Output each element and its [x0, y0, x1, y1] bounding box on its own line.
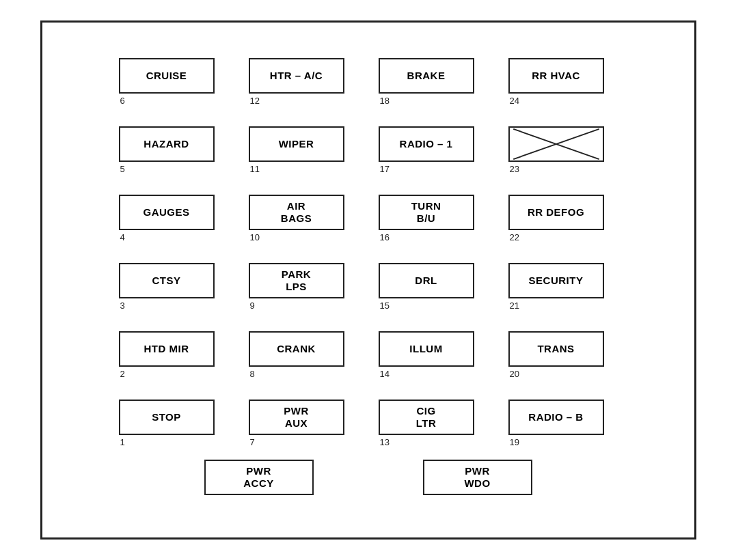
fuse-cross-box: [508, 126, 604, 162]
fuse-number: 12: [249, 96, 260, 106]
fuse-number: 11: [249, 164, 260, 174]
bottom-fuse-cell: PWRACCY: [204, 460, 314, 495]
fuse-number: 8: [249, 369, 255, 379]
fuse-box-label: GAUGES: [119, 195, 215, 230]
fuse-grid: CRUISE6HTR – A/C12BRAKE18RR HVAC24HAZARD…: [119, 43, 618, 453]
fuse-number: 15: [379, 300, 390, 311]
fuse-cell: RR DEFOG22: [508, 180, 618, 248]
fuse-number: 9: [249, 300, 255, 311]
fuse-cell: 23: [508, 111, 618, 180]
fuse-cell: HTD MIR2: [119, 316, 228, 384]
fuse-box-label: RADIO – B: [508, 400, 604, 435]
fuse-cell: STOP1: [119, 384, 228, 453]
fuse-box-label: TRANS: [508, 331, 604, 367]
fuse-cell: CTSY3: [119, 248, 228, 316]
bottom-fuse-cell: PWRWDO: [423, 460, 532, 495]
fuse-cell: CIGLTR13: [379, 384, 488, 453]
fuse-number: 24: [508, 96, 519, 106]
bottom-row: PWRACCYPWRWDO: [150, 460, 587, 495]
fuse-number: 17: [379, 164, 390, 174]
fuse-box-label: STOP: [119, 400, 215, 435]
fuse-box-label: DRL: [379, 263, 474, 298]
fuse-box-label: CIGLTR: [379, 400, 474, 435]
fuse-number: 1: [119, 437, 125, 447]
fuse-cell: AIRBAGS10: [249, 180, 358, 248]
fuse-cell: ILLUM14: [379, 316, 488, 384]
fuse-box-label: TURNB/U: [379, 195, 474, 230]
fuse-cell: PWRAUX7: [249, 384, 358, 453]
fuse-cell: HAZARD5: [119, 111, 228, 180]
fuse-cell: WIPER11: [249, 111, 358, 180]
fuse-box-label: WIPER: [249, 126, 344, 162]
fuse-cell: TRANS20: [508, 316, 618, 384]
fuse-number: 13: [379, 437, 390, 447]
fuse-number: 4: [119, 232, 125, 242]
fuse-number: 7: [249, 437, 255, 447]
fuse-box-label: ILLUM: [379, 331, 474, 367]
fuse-cell: BRAKE18: [379, 43, 488, 111]
fuse-cell: TURNB/U16: [379, 180, 488, 248]
fuse-cell: RR HVAC24: [508, 43, 618, 111]
fuse-box-label: PARKLPS: [249, 263, 344, 298]
fuse-number: 22: [508, 232, 519, 242]
fuse-box-label: RR HVAC: [508, 58, 604, 94]
fuse-number: 18: [379, 96, 390, 106]
fuse-number: 20: [508, 369, 519, 379]
fuse-box-label: RADIO – 1: [379, 126, 474, 162]
fuse-number: 14: [379, 369, 390, 379]
fuse-box-label: SECURITY: [508, 263, 604, 298]
fuse-number: 21: [508, 300, 519, 311]
fuse-number: 3: [119, 300, 125, 311]
fuse-cell: RADIO – B19: [508, 384, 618, 453]
fuse-box-label: RR DEFOG: [508, 195, 604, 230]
fuse-number: 6: [119, 96, 125, 106]
bottom-fuse-box-label: PWRACCY: [204, 460, 314, 495]
fuse-cell: SECURITY21: [508, 248, 618, 316]
fuse-cell: PARKLPS9: [249, 248, 358, 316]
fuse-number: 19: [508, 437, 519, 447]
fuse-box-label: BRAKE: [379, 58, 474, 94]
fuse-number: 2: [119, 369, 125, 379]
fuse-cell: DRL15: [379, 248, 488, 316]
fuse-box-label: CRANK: [249, 331, 344, 367]
fuse-box-label: HTR – A/C: [249, 58, 344, 94]
fuse-number: 10: [249, 232, 260, 242]
fuse-box-label: CRUISE: [119, 58, 215, 94]
fuse-cell: CRUISE6: [119, 43, 228, 111]
bottom-fuse-box-label: PWRWDO: [423, 460, 532, 495]
fuse-box-label: HAZARD: [119, 126, 215, 162]
fuse-cell: HTR – A/C12: [249, 43, 358, 111]
fuse-box-label: CTSY: [119, 263, 215, 298]
fuse-number: 16: [379, 232, 390, 242]
fuse-cell: GAUGES4: [119, 180, 228, 248]
fuse-box-label: PWRAUX: [249, 400, 344, 435]
fuse-diagram: CRUISE6HTR – A/C12BRAKE18RR HVAC24HAZARD…: [40, 20, 696, 540]
fuse-box-label: AIRBAGS: [249, 195, 344, 230]
fuse-box-label: HTD MIR: [119, 331, 215, 367]
fuse-cell: RADIO – 117: [379, 111, 488, 180]
fuse-number: 23: [508, 164, 519, 174]
fuse-cell: CRANK8: [249, 316, 358, 384]
fuse-number: 5: [119, 164, 125, 174]
